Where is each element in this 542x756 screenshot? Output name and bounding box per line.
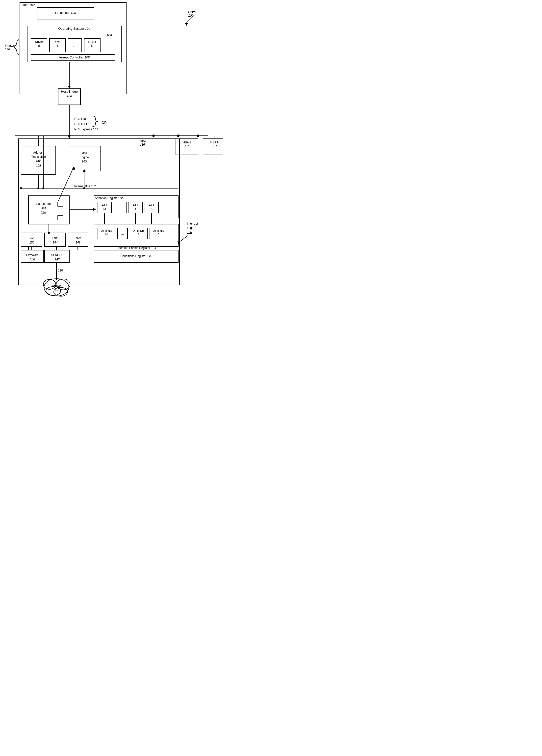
firmware-left-label: Firmware 140	[5, 44, 17, 51]
svg-marker-61	[93, 208, 96, 211]
svg-line-30	[58, 168, 73, 201]
internal-bus-label: Internal Bus 152	[74, 185, 96, 188]
firmware-bottom-label: Firmware 160	[22, 253, 43, 262]
os-label: Operating System 104	[28, 27, 120, 30]
msi-engine-label: MSIEngine 160	[69, 151, 99, 163]
server-label: Server 100	[188, 10, 198, 17]
driver1-label: Driver1	[50, 40, 66, 48]
pcix-label: PCI-X 112	[74, 122, 99, 127]
up-label: uP 150	[22, 236, 42, 245]
attention-reg-label: Attention Register 122	[95, 196, 124, 200]
or-label: OR	[102, 121, 107, 125]
svg-point-70	[20, 187, 22, 189]
svg-marker-80	[185, 23, 188, 26]
attenb-1-label: ATTENB1	[131, 229, 147, 236]
interrupt-ctrl-label: Interrupt Controller 108	[32, 55, 115, 59]
addr-trans-label: AddressTranslationUnit 154	[22, 151, 55, 167]
svg-line-79	[186, 17, 192, 24]
attenb-m-label: ATTENBM	[98, 229, 115, 236]
svg-rect-33	[58, 202, 63, 206]
driver-dots-label: ...	[68, 43, 82, 48]
conditions-reg-label: Conditions Register 126	[95, 254, 178, 258]
diagram: Server 100 Host 102 Processor 138 Operat…	[0, 0, 223, 310]
hbaN-label: HBA N 116	[204, 141, 223, 148]
serdes-label: SERDES 142	[45, 253, 69, 262]
pci-labels: PCI 110 PCI-X 112 PCI Express 114	[74, 116, 99, 132]
hba1-label: HBA 1 116	[177, 141, 197, 148]
svg-rect-34	[58, 216, 63, 220]
attenb-dots-label: ...	[118, 232, 127, 236]
pci-label: PCI 110	[74, 116, 99, 122]
hba0-label: HBA 0 116	[140, 139, 148, 146]
att-enable-reg-label: Attention Enable Register 124	[95, 246, 178, 250]
driverN-label: DriverN	[84, 40, 100, 48]
att-m-label: ATTM	[99, 204, 111, 211]
pci-express-label: PCI Express 114	[74, 127, 99, 132]
network-label: Network	[50, 284, 64, 288]
hba-dots-label: ...	[200, 144, 203, 148]
svg-rect-0	[20, 2, 126, 94]
svg-point-14	[152, 135, 155, 137]
eng-label: ENG 144	[45, 236, 65, 245]
svg-point-25	[37, 187, 39, 189]
svg-point-21	[42, 187, 44, 189]
ram-label: RAM 148	[69, 236, 87, 245]
att-0-label: ATT0	[146, 204, 158, 211]
svg-line-66	[178, 235, 188, 243]
network-ref-label: 118	[51, 288, 63, 291]
svg-marker-67	[177, 242, 180, 244]
attenb-0-label: ATTENB0	[150, 229, 167, 236]
bus-interface-label: Bus InterfaceUnit 146	[29, 202, 58, 214]
processor-label: Processor 138	[38, 11, 93, 15]
svg-point-36	[48, 232, 50, 234]
drivers-ref-label: 106	[107, 33, 112, 37]
svg-marker-31	[72, 166, 75, 170]
net-label: 120	[58, 269, 63, 272]
svg-point-13	[68, 135, 71, 137]
att-dots-label: ...	[114, 206, 126, 210]
att-1-label: ATT1	[130, 204, 142, 211]
host-label: Host 102	[22, 3, 35, 7]
host-bridge-label: Host Bridge 128	[58, 90, 80, 98]
driver0-label: Driver0	[31, 40, 47, 48]
interrupt-logic-label: InterruptLogic 156	[187, 222, 198, 234]
svg-point-15	[177, 135, 180, 137]
svg-point-16	[197, 135, 199, 137]
svg-marker-9	[68, 86, 71, 89]
svg-marker-28	[83, 169, 86, 172]
